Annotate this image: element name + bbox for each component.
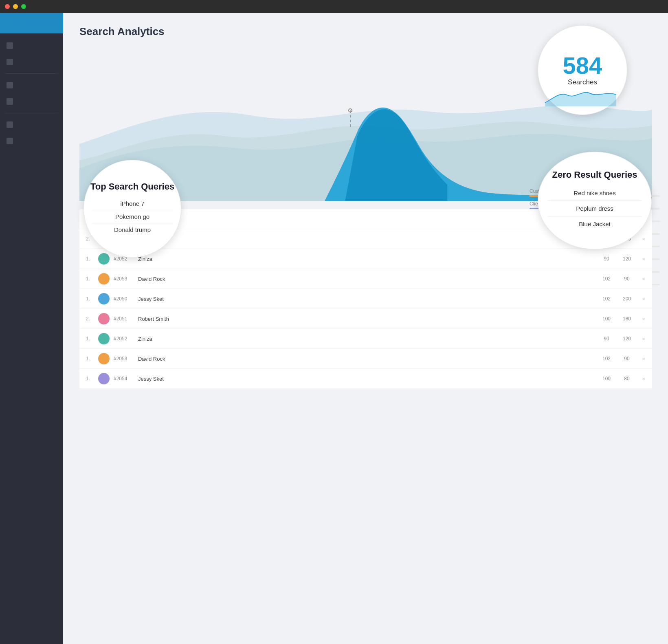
row-value-1: 90 <box>596 336 617 342</box>
chart-dashed-line <box>350 110 351 127</box>
avatar <box>98 333 110 344</box>
sidebar-icon-2 <box>7 59 13 65</box>
row-value-2: 120 <box>617 256 637 262</box>
avatar <box>98 273 110 285</box>
row-id: #2053 <box>114 356 138 362</box>
row-id: #2054 <box>114 376 138 382</box>
avatar <box>98 373 110 384</box>
row-id: #2050 <box>114 296 138 302</box>
row-value-2: 90 <box>617 276 637 282</box>
searches-bubble: 584 Searches <box>538 25 627 115</box>
sidebar-item-5[interactable] <box>0 117 63 133</box>
sidebar-item-3[interactable] <box>0 77 63 93</box>
sidebar-icon-3 <box>7 82 13 88</box>
row-number: 1. <box>86 296 94 302</box>
searches-count: 584 <box>563 54 602 77</box>
main-content: Search Analytics 584 Searches <box>63 13 668 644</box>
row-name: David Rock <box>138 276 596 282</box>
row-number: 1. <box>86 276 94 282</box>
row-id: #2051 <box>114 316 138 322</box>
row-name: Robert Smith <box>138 316 596 322</box>
row-delete-icon[interactable]: × <box>637 316 645 322</box>
row-delete-icon[interactable]: × <box>637 276 645 282</box>
maximize-dot[interactable] <box>21 4 26 9</box>
zero-query-item-2: Peplum dress <box>548 201 642 216</box>
window-chrome <box>0 0 668 13</box>
row-delete-icon[interactable]: × <box>637 296 645 302</box>
sidebar-items <box>0 33 63 644</box>
row-delete-icon[interactable]: × <box>637 376 645 382</box>
sidebar-icon-6 <box>7 138 13 144</box>
row-value-2: 120 <box>617 336 637 342</box>
zero-results-bubble: Zero Result Queries Red nike shoes Peplu… <box>538 152 652 249</box>
row-value-2: 80 <box>617 376 637 382</box>
sidebar-icon-5 <box>7 121 13 128</box>
row-name: Jessy Sket <box>138 376 596 382</box>
sidebar-divider-1 <box>5 73 58 74</box>
table-row: 2. #2051 Robert Smith 100 180 × <box>79 309 652 329</box>
row-value-1: 102 <box>596 356 617 362</box>
sidebar-item-4[interactable] <box>0 93 63 110</box>
avatar <box>98 313 110 324</box>
row-delete-icon[interactable]: × <box>637 236 645 242</box>
sidebar-divider-2 <box>5 113 58 113</box>
row-delete-icon[interactable]: × <box>637 356 645 362</box>
top-queries-title: Top Search Queries <box>90 181 174 192</box>
minimize-dot[interactable] <box>13 4 18 9</box>
avatar <box>98 293 110 304</box>
zero-query-item-1: Red nike shoes <box>548 185 642 201</box>
row-value-1: 102 <box>596 276 617 282</box>
top-queries-bubble: Top Search Queries iPhone 7 Pokemon go D… <box>84 160 181 258</box>
sidebar-top-bar <box>0 13 63 33</box>
table-row: 1. #2053 David Rock 102 90 × <box>79 269 652 289</box>
avatar <box>98 253 110 265</box>
row-value-1: 90 <box>596 256 617 262</box>
sidebar-icon-1 <box>7 42 13 49</box>
row-value-1: 100 <box>596 376 617 382</box>
row-name: Ziniza <box>138 256 596 262</box>
query-item-2: Pokemon go <box>92 210 173 223</box>
row-id: #2052 <box>114 336 138 342</box>
zero-results-list: Red nike shoes Peplum dress Blue Jacket <box>538 185 651 232</box>
row-value-2: 90 <box>617 356 637 362</box>
row-number: 2. <box>86 316 94 322</box>
sidebar-item-6[interactable] <box>0 133 63 149</box>
table-row: 1. #2053 David Rock 102 90 × <box>79 349 652 369</box>
row-number: 1. <box>86 376 94 382</box>
close-dot[interactable] <box>5 4 10 9</box>
zero-query-item-3: Blue Jacket <box>548 216 642 232</box>
sidebar-item-2[interactable] <box>0 54 63 70</box>
zero-results-title: Zero Result Queries <box>552 170 637 180</box>
query-item-1: iPhone 7 <box>92 197 173 210</box>
row-name: Jessy Sket <box>138 216 596 222</box>
sidebar-item-1[interactable] <box>0 37 63 54</box>
row-delete-icon[interactable]: × <box>637 336 645 342</box>
row-number: 1. <box>86 256 94 262</box>
table-row: 1. #2054 Jessy Sket 100 80 × <box>79 369 652 389</box>
row-name: Ziniza <box>138 336 596 342</box>
avatar <box>98 353 110 364</box>
row-name: Robert Smith <box>138 236 596 242</box>
row-name: David Rock <box>138 356 596 362</box>
table-row: 1. #2050 Jessy Sket 102 200 × <box>79 289 652 309</box>
row-value-1: 102 <box>596 296 617 302</box>
row-number: 1. <box>86 356 94 362</box>
row-name: Jessy Sket <box>138 296 596 302</box>
top-queries-list: iPhone 7 Pokemon go Donald trump <box>84 197 181 236</box>
row-id: #2053 <box>114 276 138 282</box>
sidebar-icon-4 <box>7 98 13 105</box>
row-value-2: 200 <box>617 296 637 302</box>
query-item-3: Donald trump <box>92 223 173 236</box>
sidebar <box>0 13 63 644</box>
row-value-1: 100 <box>596 316 617 322</box>
table-row: 1. #2052 Ziniza 90 120 × <box>79 249 652 269</box>
row-value-2: 180 <box>617 316 637 322</box>
table-row: 1. #2052 Ziniza 90 120 × <box>79 329 652 349</box>
row-number: 1. <box>86 336 94 342</box>
row-delete-icon[interactable]: × <box>637 256 645 262</box>
